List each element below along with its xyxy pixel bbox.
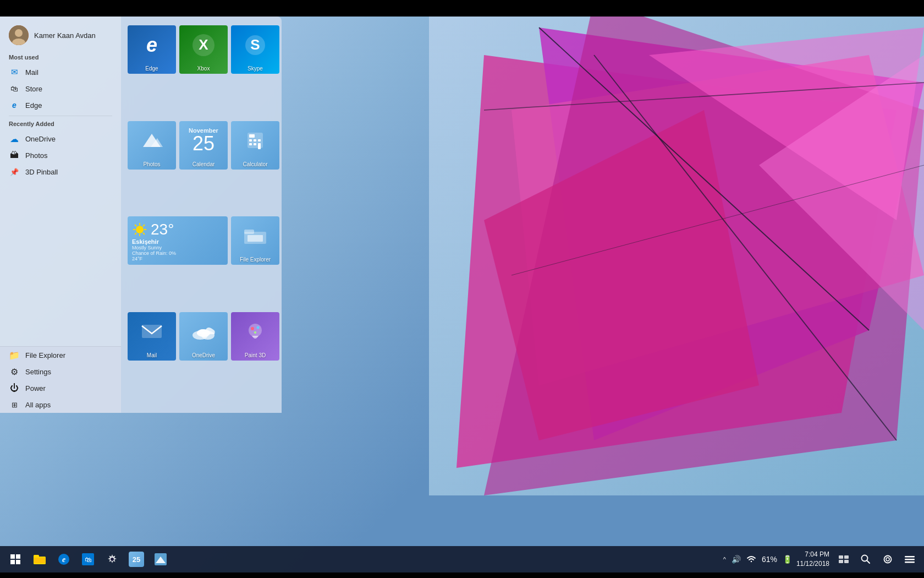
user-profile[interactable]: Kamer Kaan Avdan bbox=[0, 17, 121, 52]
tile-photos[interactable]: Photos bbox=[128, 121, 176, 170]
nav-label-settings: Settings bbox=[25, 368, 51, 376]
taskbar-chevron[interactable]: ^ bbox=[723, 556, 726, 563]
taskbar-photos[interactable] bbox=[150, 548, 172, 570]
onedrive-tile-icon bbox=[191, 323, 216, 340]
app-list-item-onedrive[interactable]: ☁ OneDrive bbox=[0, 130, 121, 147]
taskbar-calendar-icon: 25 bbox=[129, 552, 144, 567]
tile-mail-icon-area bbox=[128, 312, 176, 351]
tile-paint3d[interactable]: Paint 3D bbox=[231, 312, 279, 361]
settings-nav-icon: ⚙ bbox=[9, 366, 20, 377]
tile-xbox[interactable]: X Xbox bbox=[179, 25, 228, 74]
svg-line-36 bbox=[143, 225, 145, 226]
recently-added-label: Recently Added bbox=[0, 118, 121, 130]
file-explorer-nav-icon: 📁 bbox=[9, 350, 20, 361]
fileexplorer-tile-icon bbox=[244, 227, 266, 245]
taskbar-volume-icon[interactable]: 🔊 bbox=[732, 555, 741, 564]
nav-power[interactable]: ⏻ Power bbox=[0, 380, 121, 396]
app-list-item-3dpinball[interactable]: 📌 3D Pinball bbox=[0, 163, 121, 180]
svg-rect-51 bbox=[34, 558, 45, 563]
weather-icon-row: 23° bbox=[132, 221, 223, 238]
app-label-mail: Mail bbox=[25, 68, 38, 77]
task-view-icon bbox=[839, 555, 849, 563]
svg-point-47 bbox=[257, 326, 260, 329]
tile-edge[interactable]: e Edge bbox=[128, 25, 176, 74]
taskbar-task-view[interactable] bbox=[834, 548, 854, 570]
edge-icon: e bbox=[9, 100, 20, 111]
tile-calendar-content: November 25 bbox=[179, 121, 228, 160]
taskbar-cortana[interactable] bbox=[878, 548, 898, 570]
desktop-wallpaper-shape bbox=[429, 0, 924, 495]
most-used-label: Most used bbox=[0, 52, 121, 64]
tile-fileexplorer[interactable]: File Explorer bbox=[231, 216, 279, 265]
tile-weather[interactable]: 23° Eskişehir Mostly Sunny Chance of Rai… bbox=[128, 216, 228, 265]
all-apps-nav-icon: ⊞ bbox=[9, 399, 20, 410]
svg-rect-22 bbox=[249, 134, 255, 138]
taskbar-file-explorer[interactable] bbox=[29, 548, 51, 570]
svg-text:S: S bbox=[250, 36, 260, 53]
tile-calendar[interactable]: November 25 Calendar bbox=[179, 121, 228, 170]
taskbar-clock[interactable]: 7:04 PM 11/12/2018 bbox=[796, 550, 829, 569]
svg-rect-70 bbox=[905, 561, 915, 563]
taskbar: e 🛍 25 bbox=[0, 546, 924, 572]
svg-rect-23 bbox=[249, 139, 252, 141]
weather-sun-icon bbox=[132, 222, 147, 237]
divider-1 bbox=[9, 116, 112, 116]
tile-onedrive[interactable]: OneDrive bbox=[179, 312, 228, 361]
svg-rect-62 bbox=[839, 560, 843, 563]
app-label-photos: Photos bbox=[25, 151, 47, 160]
tile-mail[interactable]: Mail bbox=[128, 312, 176, 361]
svg-rect-27 bbox=[258, 139, 261, 141]
svg-rect-24 bbox=[249, 143, 252, 145]
start-bottom-nav: 📁 File Explorer ⚙ Settings ⏻ Power ⊞ All… bbox=[0, 346, 121, 413]
taskbar-edge[interactable]: e bbox=[53, 548, 75, 570]
start-button[interactable] bbox=[4, 548, 26, 570]
tile-calculator[interactable]: Calculator bbox=[231, 121, 279, 170]
photos-tile-icon bbox=[141, 129, 163, 151]
svg-rect-60 bbox=[839, 555, 843, 559]
taskbar-store[interactable]: 🛍 bbox=[77, 548, 99, 570]
nav-label-power: Power bbox=[25, 384, 46, 392]
tile-photos-label: Photos bbox=[128, 160, 176, 170]
tile-mail-label: Mail bbox=[128, 351, 176, 361]
app-list-item-photos[interactable]: 🏔 Photos bbox=[0, 147, 121, 163]
start-menu-left-panel: Kamer Kaan Avdan Most used ✉ Mail 🛍 Stor… bbox=[0, 17, 121, 413]
svg-rect-40 bbox=[248, 235, 263, 242]
svg-point-57 bbox=[111, 558, 114, 561]
calculator-icon bbox=[245, 130, 265, 150]
app-list-item-store[interactable]: 🛍 Store bbox=[0, 80, 121, 97]
taskbar-file-explorer-icon bbox=[34, 554, 46, 565]
svg-point-48 bbox=[254, 331, 256, 334]
app-list-item-mail[interactable]: ✉ Mail bbox=[0, 64, 121, 80]
taskbar-wifi-icon[interactable] bbox=[746, 555, 756, 564]
nav-all-apps[interactable]: ⊞ All apps bbox=[0, 396, 121, 413]
taskbar-search[interactable] bbox=[856, 548, 876, 570]
app-label-edge: Edge bbox=[25, 101, 42, 110]
app-label-store: Store bbox=[25, 85, 42, 93]
svg-point-67 bbox=[886, 558, 889, 561]
svg-point-45 bbox=[249, 324, 262, 337]
calendar-day: 25 bbox=[193, 134, 215, 154]
svg-text:X: X bbox=[199, 36, 208, 53]
nav-settings[interactable]: ⚙ Settings bbox=[0, 363, 121, 380]
app-list-item-edge[interactable]: e Edge bbox=[0, 97, 121, 113]
taskbar-battery-percent[interactable]: 61% bbox=[762, 555, 777, 564]
taskbar-edge-icon: e bbox=[58, 553, 70, 565]
tile-calculator-label: Calculator bbox=[231, 160, 279, 170]
bottom-bar bbox=[0, 572, 924, 578]
taskbar-notifications[interactable] bbox=[900, 548, 920, 570]
paint3d-tile-icon bbox=[244, 320, 266, 342]
taskbar-battery-icon: 🔋 bbox=[783, 555, 792, 564]
taskbar-left: e 🛍 25 bbox=[4, 548, 172, 570]
power-nav-icon: ⏻ bbox=[9, 383, 20, 394]
tile-paint3d-label: Paint 3D bbox=[231, 351, 279, 361]
tile-skype[interactable]: S Skype bbox=[231, 25, 279, 74]
nav-file-explorer[interactable]: 📁 File Explorer bbox=[0, 347, 121, 363]
tiles-panel: e Edge X Xbox S Skype bbox=[121, 17, 282, 413]
taskbar-calendar[interactable]: 25 bbox=[125, 548, 147, 570]
windows-logo-icon bbox=[10, 554, 20, 564]
svg-rect-63 bbox=[844, 560, 849, 563]
tile-paint3d-icon-area bbox=[231, 312, 279, 351]
taskbar-settings[interactable] bbox=[101, 548, 123, 570]
tile-onedrive-icon-area bbox=[179, 312, 228, 351]
photos-icon: 🏔 bbox=[9, 150, 20, 161]
